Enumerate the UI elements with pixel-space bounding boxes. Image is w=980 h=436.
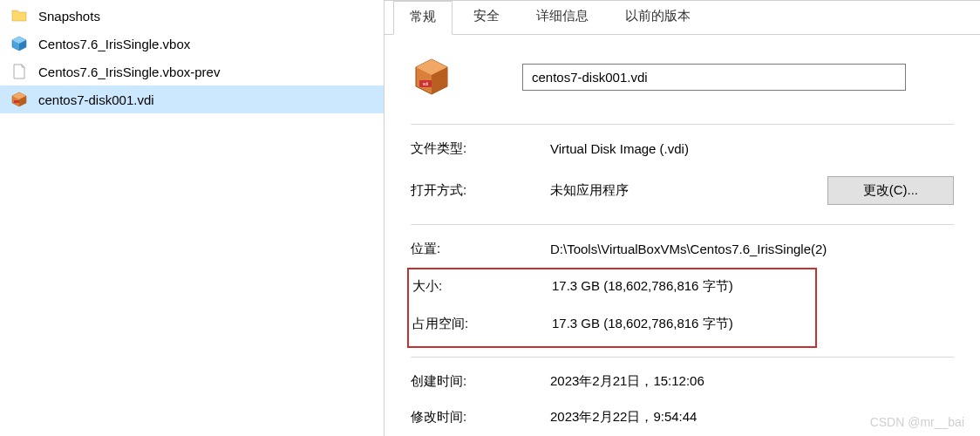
change-button[interactable]: 更改(C)... — [827, 176, 954, 205]
modified-label: 修改时间: — [411, 409, 550, 426]
file-icon — [10, 63, 28, 80]
created-label: 创建时间: — [411, 373, 550, 390]
file-type-label: 文件类型: — [411, 140, 550, 157]
divider — [411, 224, 954, 225]
open-with-value: 未知应用程序 — [550, 182, 784, 199]
divider — [411, 357, 954, 358]
file-item-snapshots[interactable]: Snapshots — [0, 2, 384, 30]
file-name-input[interactable] — [522, 64, 906, 91]
file-item-vbox-prev[interactable]: Centos7.6_IrisSingle.vbox-prev — [0, 58, 384, 85]
folder-icon — [10, 7, 28, 24]
file-list-panel: Snapshots Centos7.6_IrisSingle.vbox Cent… — [0, 0, 384, 436]
disk-size-value: 17.3 GB (18,602,786,816 字节) — [552, 316, 815, 332]
tab-security[interactable]: 安全 — [458, 1, 515, 34]
created-value: 2023年2月21日，15:12:06 — [550, 373, 954, 390]
location-label: 位置: — [411, 241, 550, 257]
disk-size-label: 占用空间: — [412, 316, 552, 332]
divider — [411, 124, 954, 125]
tab-details[interactable]: 详细信息 — [521, 1, 604, 34]
location-value: D:\Tools\VirtualBoxVMs\Centos7.6_IrisSin… — [550, 242, 954, 256]
vdi-icon — [10, 91, 28, 108]
size-label: 大小: — [412, 278, 552, 295]
file-name-label: Snapshots — [38, 9, 100, 24]
file-name-label: Centos7.6_IrisSingle.vbox — [38, 37, 190, 51]
file-name-label: Centos7.6_IrisSingle.vbox-prev — [38, 65, 220, 79]
vbox-icon — [10, 35, 28, 52]
tab-previous-versions[interactable]: 以前的版本 — [609, 1, 706, 34]
tab-content-general: vdi 文件类型: Virtual Disk Image (.vdi) 打开方式… — [385, 35, 980, 436]
file-item-vbox[interactable]: Centos7.6_IrisSingle.vbox — [0, 30, 384, 58]
tabs-bar: 常规 安全 详细信息 以前的版本 — [385, 1, 980, 35]
size-value: 17.3 GB (18,602,786,816 字节) — [552, 278, 815, 295]
svg-rect-6 — [14, 100, 19, 103]
properties-panel: 常规 安全 详细信息 以前的版本 vdi — [384, 0, 980, 436]
size-highlight-box: 大小: 17.3 GB (18,602,786,816 字节) 占用空间: 17… — [407, 268, 817, 348]
tab-general[interactable]: 常规 — [393, 1, 453, 35]
svg-text:vdi: vdi — [423, 81, 428, 86]
file-item-vdi[interactable]: centos7-disk001.vdi — [0, 85, 384, 113]
open-with-label: 打开方式: — [411, 182, 550, 199]
file-name-label: centos7-disk001.vdi — [38, 92, 154, 107]
file-type-value: Virtual Disk Image (.vdi) — [550, 141, 954, 156]
watermark: CSDN @mr__bai — [870, 415, 964, 429]
vdi-large-icon: vdi — [411, 56, 453, 98]
